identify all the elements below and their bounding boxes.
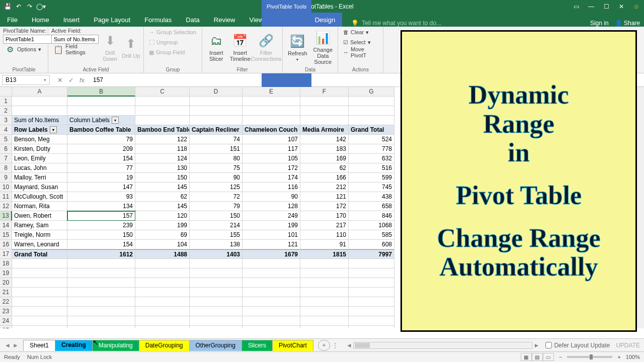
row-header[interactable]: 3 xyxy=(0,116,12,125)
row-header[interactable]: 11 xyxy=(0,192,12,202)
col-header[interactable]: F xyxy=(300,87,349,97)
row-header[interactable]: 23 xyxy=(0,307,12,316)
cell[interactable]: 166 xyxy=(300,173,349,183)
cell[interactable]: 154 xyxy=(67,154,135,163)
cell[interactable]: 199 xyxy=(135,221,190,230)
cell[interactable] xyxy=(135,297,190,307)
cell[interactable]: 438 xyxy=(349,192,394,202)
add-sheet-button[interactable]: ＋ xyxy=(318,340,330,351)
row-header[interactable]: 10 xyxy=(0,183,12,192)
cell[interactable] xyxy=(300,297,349,307)
cell[interactable]: 846 xyxy=(349,211,394,221)
row-header[interactable]: 7 xyxy=(0,154,12,163)
cell[interactable]: Column Labels▾ xyxy=(67,116,135,125)
zoom-out-icon[interactable]: − xyxy=(559,354,562,360)
cell[interactable] xyxy=(190,307,243,316)
row-header[interactable]: 16 xyxy=(0,240,12,249)
cell[interactable]: 62 xyxy=(300,163,349,173)
cell[interactable]: 74 xyxy=(190,135,243,144)
cell[interactable] xyxy=(349,278,394,288)
row-labels-dropdown[interactable]: ▾ xyxy=(50,126,57,133)
row-header[interactable]: 4 xyxy=(0,125,12,135)
cell[interactable]: Warren, Leonard xyxy=(12,240,67,249)
row-header[interactable]: 13 xyxy=(0,211,12,221)
cell[interactable] xyxy=(349,307,394,316)
cell[interactable]: 118 xyxy=(135,144,190,154)
cell[interactable]: 1815 xyxy=(300,249,349,259)
cell[interactable] xyxy=(135,97,190,106)
cell[interactable] xyxy=(190,259,243,268)
cell[interactable] xyxy=(349,288,394,297)
clear-button[interactable]: 🗑 Clear ▾ xyxy=(341,28,380,37)
view-page-icon[interactable]: ▤ xyxy=(532,353,543,361)
cell[interactable] xyxy=(67,259,135,268)
cell[interactable] xyxy=(67,316,135,326)
filter-connections-button[interactable]: 🔗Filter Connections xyxy=(253,28,279,67)
cell[interactable] xyxy=(12,316,67,326)
cell[interactable] xyxy=(12,297,67,307)
cell[interactable]: 157 xyxy=(67,211,135,221)
cell[interactable]: 151 xyxy=(190,144,243,154)
cell[interactable]: 142 xyxy=(300,135,349,144)
defer-layout-checkbox[interactable] xyxy=(545,342,552,348)
cell[interactable]: 150 xyxy=(135,173,190,183)
cell[interactable] xyxy=(300,288,349,297)
cell[interactable]: 80 xyxy=(190,154,243,163)
cell[interactable] xyxy=(12,278,67,288)
cell[interactable]: Sum of No.Items xyxy=(12,116,67,125)
cell[interactable]: 104 xyxy=(135,240,190,249)
cell[interactable] xyxy=(135,307,190,316)
cell[interactable]: 209 xyxy=(67,144,135,154)
tab-file[interactable]: File xyxy=(0,13,25,27)
tab-insert[interactable]: Insert xyxy=(56,13,87,27)
cell[interactable]: 745 xyxy=(349,183,394,192)
col-header[interactable]: D xyxy=(190,87,243,97)
cell[interactable]: 121 xyxy=(243,240,300,249)
cell[interactable]: 147 xyxy=(67,183,135,192)
col-header[interactable]: G xyxy=(349,87,394,97)
cell[interactable]: Malloy, Terri xyxy=(12,173,67,183)
cell[interactable]: McCullough, Scott xyxy=(12,192,67,202)
cell[interactable] xyxy=(135,116,190,125)
cell[interactable] xyxy=(243,97,300,106)
cell[interactable] xyxy=(243,307,300,316)
cell[interactable]: 145 xyxy=(135,183,190,192)
cell[interactable]: 524 xyxy=(349,135,394,144)
cell[interactable]: Grand Total xyxy=(12,249,67,259)
cell[interactable] xyxy=(67,307,135,316)
cell[interactable]: 90 xyxy=(190,173,243,183)
cell[interactable]: Bamboo End Table xyxy=(135,125,190,135)
cell[interactable]: 75 xyxy=(190,163,243,173)
cell[interactable] xyxy=(67,297,135,307)
cell[interactable]: 516 xyxy=(349,163,394,173)
tab-design[interactable]: Design xyxy=(308,13,342,27)
cell[interactable]: 107 xyxy=(243,135,300,144)
cell[interactable]: 249 xyxy=(243,211,300,221)
cell[interactable]: Lucas, John xyxy=(12,163,67,173)
row-header[interactable]: 5 xyxy=(0,135,12,144)
ungroup-button[interactable]: ⛶ Ungroup xyxy=(147,38,198,47)
refresh-button[interactable]: 🔄Refresh▾ xyxy=(286,28,309,67)
cell[interactable]: 116 xyxy=(243,183,300,192)
active-field-input[interactable] xyxy=(51,35,99,44)
cell[interactable] xyxy=(135,106,190,116)
tab-formulas[interactable]: Formulas xyxy=(137,13,179,27)
cell[interactable]: 1488 xyxy=(135,249,190,259)
cell[interactable] xyxy=(12,97,67,106)
cell[interactable] xyxy=(243,288,300,297)
cell[interactable] xyxy=(349,268,394,278)
cell[interactable]: 138 xyxy=(190,240,243,249)
col-header[interactable]: A xyxy=(12,87,67,97)
cell[interactable] xyxy=(67,97,135,106)
tab-review[interactable]: Review xyxy=(207,13,243,27)
cell[interactable] xyxy=(243,278,300,288)
move-pivot-button[interactable]: ↔ Move PivotT xyxy=(341,48,380,57)
cell[interactable]: Benson, Meg xyxy=(12,135,67,144)
cell[interactable] xyxy=(243,326,300,328)
group-selection-button[interactable]: → Group Selection xyxy=(147,28,198,37)
view-normal-icon[interactable]: ▦ xyxy=(521,353,532,361)
cell[interactable]: 585 xyxy=(349,230,394,240)
zoom-in-icon[interactable]: + xyxy=(617,354,620,360)
sign-in-link[interactable]: Sign in xyxy=(590,20,609,27)
hscroll-left-icon[interactable]: ◄ xyxy=(345,342,353,349)
